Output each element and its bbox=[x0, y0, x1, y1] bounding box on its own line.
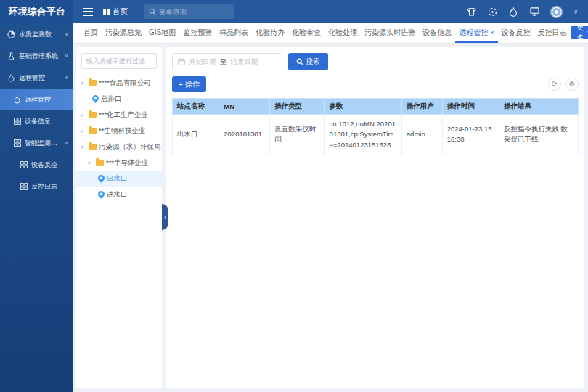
tree-node-label: 污染源（水）环保局 bbox=[99, 142, 161, 152]
sidebar-item-label: 远程管控 bbox=[19, 73, 61, 83]
droplet-icon bbox=[7, 74, 15, 82]
sidebar: 水质监测数据综合分析 ∨ 基础管理系统 ∨ 远程管控 ∧ 远程管控 bbox=[0, 23, 73, 392]
tab-gis-map[interactable]: GIS地图 bbox=[145, 23, 179, 43]
tab-label: 监控预警 bbox=[183, 28, 212, 38]
menu-search-input[interactable] bbox=[159, 8, 229, 16]
sidebar-item-device-info[interactable]: 设备信息 bbox=[0, 110, 73, 132]
caret-down-icon[interactable]: ▾ bbox=[81, 80, 86, 86]
breadcrumb-home[interactable]: 首页 bbox=[103, 7, 128, 17]
search-button-label: 搜索 bbox=[306, 57, 320, 67]
caret-down-icon[interactable]: ▾ bbox=[81, 144, 86, 150]
location-pin-icon bbox=[98, 191, 105, 199]
operate-button[interactable]: + 操作 bbox=[172, 76, 206, 92]
sidebar-item-device-counter-control[interactable]: 设备反控 bbox=[0, 154, 73, 176]
collapse-left-icon: ‹ bbox=[164, 214, 166, 221]
operate-button-label: 操作 bbox=[185, 79, 200, 89]
tree-node-company-semiconductor[interactable]: ▾ ***半导体企业 bbox=[76, 155, 162, 171]
site-tree-panel: ▾ ****食品有限公司 总排口 ▸ ***化工生产企业 ▸ **生物科技企业 … bbox=[76, 47, 162, 388]
sidebar-item-label: 设备信息 bbox=[25, 117, 68, 126]
caret-right-icon[interactable]: ▸ bbox=[81, 112, 86, 118]
tab-monitor-warning[interactable]: 监控预警 bbox=[179, 23, 216, 43]
sidebar-item-smart-terminal[interactable]: 智能监测终端 ∧ bbox=[0, 132, 73, 154]
tab-device-info[interactable]: 设备信息 bbox=[419, 23, 455, 43]
fullscreen-icon[interactable] bbox=[487, 7, 497, 17]
col-site-name: 站点名称 bbox=[173, 99, 219, 115]
app-title: 环境综合平台 bbox=[0, 0, 73, 23]
tree-node-label: ***化工生产企业 bbox=[99, 110, 148, 120]
tab-label: 样品列表 bbox=[219, 28, 248, 38]
sidebar-item-label: 智能监测终端 bbox=[25, 139, 61, 148]
folder-icon bbox=[96, 160, 104, 166]
tab-counter-control-log[interactable]: 反控日志 bbox=[534, 23, 571, 43]
water-drop-icon[interactable] bbox=[508, 7, 518, 17]
sidebar-item-water-analysis[interactable]: 水质监测数据综合分析 ∨ bbox=[0, 23, 73, 45]
caret-right-icon[interactable]: ▸ bbox=[81, 128, 86, 134]
more-tabs-button[interactable]: 更多 ∨ bbox=[571, 26, 588, 39]
tabbar: 首页 污染源总览 GIS地图 监控预警 样品列表 化验待办 化验审查 化验处理 … bbox=[73, 23, 588, 44]
sidebar-item-remote-control[interactable]: 远程管控 bbox=[0, 89, 73, 110]
col-op-result: 操作结果 bbox=[499, 99, 578, 115]
plus-icon: + bbox=[179, 81, 183, 89]
tab-lab-todo[interactable]: 化验待办 bbox=[252, 23, 288, 43]
tab-label: 化验审查 bbox=[292, 28, 321, 38]
search-icon bbox=[149, 8, 156, 15]
tab-device-counter-control[interactable]: 设备反控 bbox=[498, 23, 534, 43]
filter-row: 开始日期 至 结束日期 搜索 bbox=[172, 53, 579, 70]
more-button-label: 更多 bbox=[577, 23, 584, 43]
tab-label: 化验处理 bbox=[328, 28, 357, 38]
column-settings-icon[interactable]: ⚙ bbox=[565, 78, 579, 91]
tab-home[interactable]: 首页 bbox=[80, 23, 102, 43]
tab-lab-process[interactable]: 化验处理 bbox=[324, 23, 361, 43]
calendar-icon bbox=[178, 58, 185, 65]
tree-node-label: 出水口 bbox=[107, 174, 128, 184]
cell-params: cn:1012,rtuMN:2020101301,cp:SystemTime=2… bbox=[324, 115, 401, 155]
tab-label: 首页 bbox=[83, 28, 98, 38]
user-menu-chevron-down-icon[interactable]: ∨ bbox=[573, 9, 578, 15]
tree-node-epa-water[interactable]: ▾ 污染源（水）环保局 bbox=[76, 139, 162, 155]
sidebar-item-remote-control-group[interactable]: 远程管控 ∧ bbox=[0, 67, 73, 89]
tree-filter-input[interactable] bbox=[81, 53, 157, 69]
tree-node-outlet-main[interactable]: 总排口 bbox=[76, 91, 162, 107]
date-range-picker[interactable]: 开始日期 至 结束日期 bbox=[172, 53, 282, 70]
col-op-type: 操作类型 bbox=[270, 99, 324, 115]
tab-sample-list[interactable]: 样品列表 bbox=[216, 23, 252, 43]
sidebar-item-base-system[interactable]: 基础管理系统 ∨ bbox=[0, 45, 73, 67]
chevron-down-icon: ∨ bbox=[65, 53, 68, 59]
tree-collapse-handle[interactable]: ‹ bbox=[162, 204, 168, 230]
theme-icon[interactable] bbox=[466, 7, 476, 17]
tree-node-company-biotech[interactable]: ▸ **生物科技企业 bbox=[76, 123, 162, 139]
avatar[interactable] bbox=[550, 6, 563, 18]
table-tools: ⟳ ⚙ bbox=[548, 78, 579, 91]
sidebar-item-counter-control-log[interactable]: 反控日志 bbox=[0, 176, 73, 197]
tab-pollution-overview[interactable]: 污染源总览 bbox=[102, 23, 145, 43]
folder-icon bbox=[89, 112, 97, 118]
sidebar-item-label: 反控日志 bbox=[31, 182, 68, 192]
tab-remote-control[interactable]: 远程管控 × bbox=[455, 23, 497, 43]
tab-label: 远程管控 bbox=[459, 28, 488, 38]
flask-icon bbox=[7, 52, 15, 60]
search-icon bbox=[296, 58, 303, 65]
tab-label: GIS地图 bbox=[149, 28, 176, 38]
tab-realtime-alarm[interactable]: 污染源实时告警 bbox=[361, 23, 419, 43]
grid-icon bbox=[13, 139, 21, 147]
tree-node-outlet-in[interactable]: 进水口 bbox=[76, 187, 162, 203]
tab-label: 污染源实时告警 bbox=[364, 28, 415, 38]
refresh-icon[interactable]: ⟳ bbox=[548, 78, 561, 91]
caret-down-icon[interactable]: ▾ bbox=[88, 160, 94, 166]
tree-node-outlet-out[interactable]: 出水口 bbox=[76, 171, 162, 187]
folder-icon bbox=[89, 128, 97, 134]
content-area: ▾ ****食品有限公司 总排口 ▸ ***化工生产企业 ▸ **生物科技企业 … bbox=[73, 44, 588, 392]
tree-node-company-food[interactable]: ▾ ****食品有限公司 bbox=[76, 75, 162, 91]
table-row[interactable]: 出水口 2020101301 设置数采仪时间 cn:1012,rtuMN:202… bbox=[173, 115, 579, 155]
cell-op-result: 反控指令执行失败:数采仪已下线 bbox=[499, 115, 578, 155]
hamburger-menu-icon[interactable] bbox=[83, 8, 93, 16]
menu-search-box[interactable] bbox=[144, 4, 234, 19]
monitor-icon[interactable] bbox=[529, 7, 539, 17]
sidebar-item-label: 设备反控 bbox=[31, 160, 68, 170]
search-button[interactable]: 搜索 bbox=[288, 53, 328, 70]
tab-close-icon[interactable]: × bbox=[490, 29, 494, 36]
tab-lab-review[interactable]: 化验审查 bbox=[288, 23, 324, 43]
topbar-actions: ∨ bbox=[466, 6, 588, 18]
range-separator: 至 bbox=[220, 57, 227, 67]
tree-node-company-chemical[interactable]: ▸ ***化工生产企业 bbox=[76, 107, 162, 123]
